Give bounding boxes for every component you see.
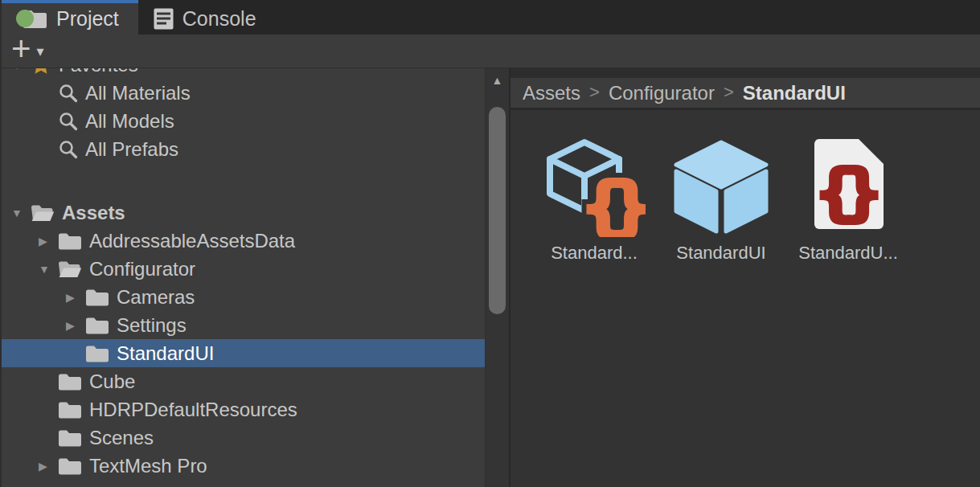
tree-row-all-models[interactable]: All Models (2, 107, 485, 135)
breadcrumb-segment-standardui[interactable]: StandardUI (743, 82, 846, 104)
tree-row-textmesh-pro[interactable]: ▶ TextMesh Pro (2, 452, 485, 480)
expander-icon[interactable]: ▶ (66, 319, 85, 332)
tree-row-label: All Models (85, 110, 174, 133)
tree-row-cameras[interactable]: ▶ Cameras (2, 283, 485, 311)
json-document-icon: {} (797, 134, 900, 237)
folder-open-icon (31, 203, 55, 223)
asset-item-standardui-prefab[interactable]: StandardUI (662, 134, 781, 264)
tree-row-settings[interactable]: ▶ Settings (2, 311, 485, 339)
tree-spacer (2, 163, 485, 198)
tree-row-addressableassetsdata[interactable]: ▶ AddressableAssetsData (2, 227, 485, 255)
create-asset-button[interactable]: + ▾ (11, 42, 44, 61)
asset-label: Standard... (551, 243, 638, 264)
scrollbar-up-arrow-icon[interactable]: ▲ (486, 75, 509, 86)
project-folder-icon (16, 6, 48, 32)
search-icon (58, 139, 78, 159)
tree-row-label: AddressableAssetsData (89, 230, 295, 252)
expander-icon[interactable]: ▶ (66, 291, 85, 304)
tree-row-assets[interactable]: ▼ Assets (2, 198, 485, 227)
project-toolbar: + ▾ (2, 35, 980, 68)
star-icon (31, 68, 51, 75)
asset-label: StandardUI (676, 243, 765, 264)
folder-closed-icon (58, 456, 82, 476)
expander-icon[interactable]: ▶ (39, 460, 58, 473)
folder-open-icon (58, 259, 82, 279)
folder-closed-icon (85, 315, 109, 335)
expander-icon[interactable]: ▼ (39, 263, 58, 276)
folder-closed-icon (58, 428, 82, 448)
tab-label: Console (182, 7, 256, 31)
breadcrumb-separator-icon: > (589, 82, 600, 104)
tree-row-label: Cube (89, 370, 135, 393)
expander-icon[interactable]: ▼ (11, 207, 31, 219)
chevron-down-icon: ▾ (37, 43, 44, 60)
asset-label: StandardU... (798, 243, 898, 264)
tree-row-label: All Prefabs (85, 138, 178, 161)
asset-item-standardui-json[interactable]: {} StandardU... (789, 134, 908, 264)
tree-row-label: Scenes (89, 427, 154, 449)
tree-row-all-prefabs[interactable]: All Prefabs (2, 135, 485, 163)
folder-closed-icon (58, 231, 82, 251)
prefab-with-braces-icon: {} {} (543, 134, 646, 237)
tree-row-label: Configurator (89, 258, 195, 280)
folder-closed-icon (85, 343, 109, 363)
plus-icon: + (11, 37, 31, 61)
tree-row-label: Assets (62, 202, 125, 224)
scrollbar-thumb[interactable] (489, 107, 506, 314)
asset-item-standard-prefab-braces[interactable]: {} {} Standard... (535, 134, 654, 264)
tree-row-standardui[interactable]: StandardUI (2, 339, 485, 367)
tree-row-favorites[interactable]: ▼ Favorites (2, 68, 485, 79)
breadcrumb-segment-configurator[interactable]: Configurator (609, 82, 715, 104)
tree-row-hdrpdefaultresources[interactable]: HDRPDefaultResources (2, 395, 485, 424)
folder-closed-icon (58, 371, 82, 391)
breadcrumb: Assets > Configurator > StandardUI (511, 78, 980, 110)
expander-icon[interactable]: ▶ (39, 235, 58, 248)
svg-text:}: } (841, 156, 884, 227)
tab-bar: Project Console (2, 0, 980, 35)
tree-row-cube[interactable]: Cube (2, 367, 485, 395)
unity-project-window: Project Console + ▾ ▼ (0, 0, 980, 487)
tree-row-label: StandardUI (117, 342, 214, 365)
expander-icon[interactable]: ▼ (11, 68, 31, 72)
folder-closed-icon (58, 399, 82, 419)
tree-row-label: All Materials (85, 82, 191, 104)
tab-console[interactable]: Console (138, 0, 276, 35)
tree-row-all-materials[interactable]: All Materials (2, 79, 485, 107)
breadcrumb-separator-icon: > (724, 82, 734, 104)
folder-tree: ▼ Favorites (2, 68, 485, 487)
tree-row-label: Cameras (117, 286, 195, 309)
svg-text:}: } (609, 169, 646, 237)
search-icon (58, 111, 78, 131)
asset-grid: {} {} Standard... (511, 110, 980, 264)
tree-row-label: TextMesh Pro (89, 455, 207, 477)
prefab-cube-icon (670, 134, 773, 237)
panel-seam (511, 68, 980, 78)
tree-row-scenes[interactable]: Scenes (2, 424, 485, 452)
tab-label: Project (56, 7, 119, 31)
breadcrumb-segment-assets[interactable]: Assets (523, 82, 580, 104)
search-icon (58, 83, 78, 103)
content-split: ▼ Favorites (2, 68, 980, 487)
asset-panel: Assets > Configurator > StandardUI (511, 68, 980, 487)
tree-scrollbar-track[interactable]: ▲ (485, 68, 511, 487)
tree-row-label: Settings (117, 314, 187, 337)
console-lines-icon (153, 7, 174, 31)
tree-row-label: Favorites (59, 68, 138, 76)
tree-row-configurator[interactable]: ▼ Configurator (2, 255, 485, 283)
folder-closed-icon (85, 287, 109, 307)
tree-row-label: HDRPDefaultResources (89, 399, 297, 421)
